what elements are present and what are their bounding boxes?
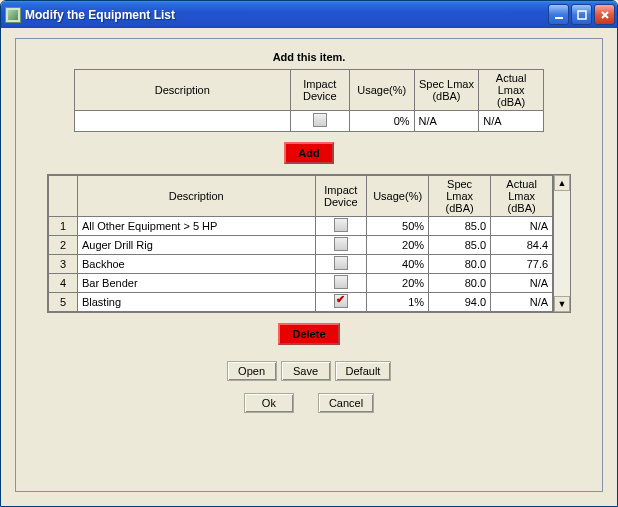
row-impact[interactable] [315, 236, 367, 255]
maximize-button[interactable] [571, 4, 592, 25]
row-description[interactable]: Bar Bender [77, 274, 315, 293]
maximize-icon [577, 10, 587, 20]
impact-checkbox[interactable] [313, 113, 327, 127]
row-impact[interactable] [315, 293, 367, 312]
scroll-down-button[interactable]: ▼ [554, 296, 570, 312]
add-header-usage: Usage(%) [349, 70, 414, 111]
row-number: 3 [49, 255, 78, 274]
dialog-buttons: Ok Cancel [244, 393, 374, 413]
default-button[interactable]: Default [335, 361, 392, 381]
row-description[interactable]: Blasting [77, 293, 315, 312]
table-row[interactable]: 2Auger Drill Rig20%85.084.4 [49, 236, 553, 255]
save-button[interactable]: Save [281, 361, 331, 381]
svg-rect-0 [555, 17, 563, 19]
add-spec-cell[interactable]: N/A [414, 111, 479, 132]
row-impact[interactable] [315, 217, 367, 236]
row-usage[interactable]: 50% [367, 217, 429, 236]
impact-checkbox[interactable] [334, 237, 348, 251]
row-usage[interactable]: 40% [367, 255, 429, 274]
equipment-table: Description Impact Device Usage(%) Spec … [48, 175, 553, 312]
minimize-button[interactable] [548, 4, 569, 25]
add-description-cell[interactable] [75, 111, 291, 132]
add-item-heading: Add this item. [273, 51, 346, 63]
row-description[interactable]: Auger Drill Rig [77, 236, 315, 255]
table-row[interactable]: 3Backhoe40%80.077.6 [49, 255, 553, 274]
add-item-table: Description Impact Device Usage(%) Spec … [74, 69, 544, 132]
add-header-spec: Spec Lmax (dBA) [414, 70, 479, 111]
equip-header-spec: Spec Lmax (dBA) [429, 176, 491, 217]
scroll-track[interactable] [554, 191, 570, 296]
add-button[interactable]: Add [284, 142, 333, 164]
row-spec[interactable]: 80.0 [429, 255, 491, 274]
cancel-button[interactable]: Cancel [318, 393, 374, 413]
ok-button[interactable]: Ok [244, 393, 294, 413]
inner-panel: Add this item. Description Impact Device… [15, 38, 603, 492]
equip-header-impact: Impact Device [315, 176, 367, 217]
file-buttons: Open Save Default [227, 361, 392, 381]
equipment-scrollbar[interactable]: ▲ ▼ [553, 175, 570, 312]
titlebar: Modify the Equipment List [1, 1, 617, 28]
equipment-list: Description Impact Device Usage(%) Spec … [47, 174, 571, 313]
window: Modify the Equipment List Add this item. [0, 0, 618, 507]
row-description[interactable]: Backhoe [77, 255, 315, 274]
scroll-up-button[interactable]: ▲ [554, 175, 570, 191]
row-impact[interactable] [315, 255, 367, 274]
row-number: 5 [49, 293, 78, 312]
row-number: 1 [49, 217, 78, 236]
row-actual[interactable]: N/A [491, 293, 553, 312]
close-button[interactable] [594, 4, 615, 25]
add-item-row: 0% N/A N/A [75, 111, 544, 132]
app-icon [5, 7, 21, 23]
row-number: 4 [49, 274, 78, 293]
window-title: Modify the Equipment List [25, 8, 548, 22]
row-number: 2 [49, 236, 78, 255]
row-impact[interactable] [315, 274, 367, 293]
minimize-icon [554, 10, 564, 20]
close-icon [600, 10, 610, 20]
add-impact-cell[interactable] [290, 111, 349, 132]
row-spec[interactable]: 80.0 [429, 274, 491, 293]
equip-header-usage: Usage(%) [367, 176, 429, 217]
row-usage[interactable]: 20% [367, 236, 429, 255]
row-usage[interactable]: 1% [367, 293, 429, 312]
row-spec[interactable]: 85.0 [429, 236, 491, 255]
row-usage[interactable]: 20% [367, 274, 429, 293]
impact-checkbox[interactable] [334, 218, 348, 232]
equip-header-description: Description [77, 176, 315, 217]
row-actual[interactable]: N/A [491, 274, 553, 293]
row-actual[interactable]: N/A [491, 217, 553, 236]
add-header-description: Description [75, 70, 291, 111]
client-area: Add this item. Description Impact Device… [1, 28, 617, 506]
table-row[interactable]: 1All Other Equipment > 5 HP50%85.0N/A [49, 217, 553, 236]
row-spec[interactable]: 94.0 [429, 293, 491, 312]
window-controls [548, 4, 615, 25]
row-spec[interactable]: 85.0 [429, 217, 491, 236]
equip-header-actual: Actual Lmax (dBA) [491, 176, 553, 217]
add-header-actual: Actual Lmax (dBA) [479, 70, 544, 111]
impact-checkbox[interactable] [334, 256, 348, 270]
svg-rect-1 [578, 11, 586, 19]
row-actual[interactable]: 77.6 [491, 255, 553, 274]
row-actual[interactable]: 84.4 [491, 236, 553, 255]
row-description[interactable]: All Other Equipment > 5 HP [77, 217, 315, 236]
add-actual-cell[interactable]: N/A [479, 111, 544, 132]
table-row[interactable]: 5Blasting1%94.0N/A [49, 293, 553, 312]
impact-checkbox[interactable] [334, 275, 348, 289]
impact-checkbox[interactable] [334, 294, 348, 308]
delete-button[interactable]: Delete [278, 323, 339, 345]
add-header-impact: Impact Device [290, 70, 349, 111]
open-button[interactable]: Open [227, 361, 277, 381]
table-row[interactable]: 4Bar Bender20%80.0N/A [49, 274, 553, 293]
add-usage-cell[interactable]: 0% [349, 111, 414, 132]
equip-header-rownum [49, 176, 78, 217]
